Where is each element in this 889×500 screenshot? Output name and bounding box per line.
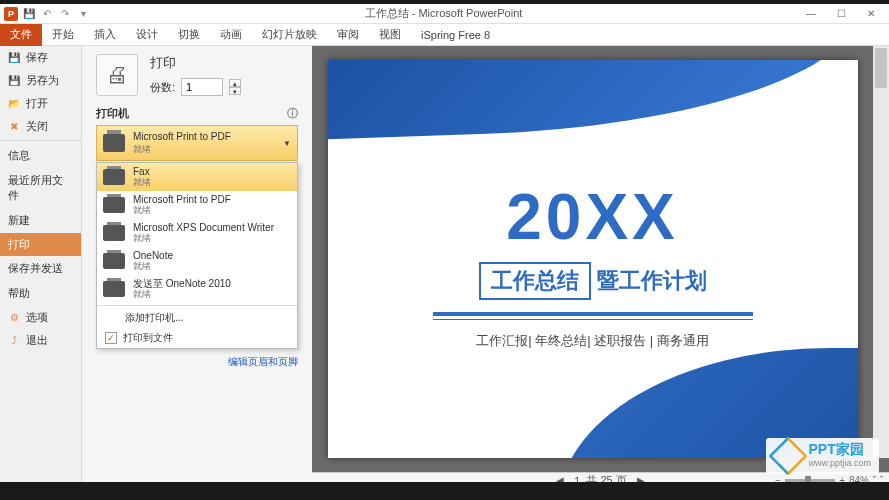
- selected-printer-name: Microsoft Print to PDF: [133, 131, 275, 143]
- sidebar-share[interactable]: 保存并发送: [0, 256, 81, 281]
- add-printer-link[interactable]: 添加打印机...: [97, 308, 297, 328]
- sidebar-save[interactable]: 💾保存: [0, 46, 81, 69]
- tab-file[interactable]: 文件: [0, 24, 42, 46]
- page-number: 1: [574, 475, 580, 483]
- tab-animations[interactable]: 动画: [210, 24, 252, 46]
- selected-printer-status: 就绪: [133, 143, 275, 155]
- slide-title-boxed: 工作总结: [479, 262, 591, 300]
- tab-ispring[interactable]: iSpring Free 8: [411, 24, 500, 46]
- print-preview: 20XX 工作总结 暨工作计划 工作汇报| 年终总结| 述职报告 | 商务通用 …: [312, 46, 889, 482]
- printer-icon: 🖨: [106, 62, 128, 88]
- tab-review[interactable]: 审阅: [327, 24, 369, 46]
- ribbon-tabs: 文件 开始 插入 设计 切换 动画 幻灯片放映 审阅 视图 iSpring Fr…: [0, 24, 889, 46]
- slide-year: 20XX: [328, 180, 858, 254]
- prev-page-button[interactable]: ◀: [552, 475, 568, 482]
- printer-icon: [103, 225, 125, 241]
- sidebar-new[interactable]: 新建: [0, 208, 81, 233]
- printer-icon: [103, 169, 125, 185]
- tab-slideshow[interactable]: 幻灯片放映: [252, 24, 327, 46]
- watermark: PPT家园 www.pptjia.com: [766, 438, 879, 474]
- window-title: 工作总结 - Microsoft PowerPoint: [90, 6, 797, 21]
- sidebar-options[interactable]: ⚙选项: [0, 306, 81, 329]
- sidebar-recent[interactable]: 最近所用文件: [0, 168, 81, 208]
- sidebar-open[interactable]: 📂打开: [0, 92, 81, 115]
- save-icon: 💾: [8, 52, 20, 63]
- printer-device-icon: [103, 134, 125, 152]
- zoom-slider[interactable]: [785, 479, 835, 482]
- close-icon: ✖: [8, 121, 20, 132]
- printer-icon: [103, 281, 125, 297]
- qat-save-icon[interactable]: 💾: [22, 7, 36, 21]
- slide-preview: 20XX 工作总结 暨工作计划 工作汇报| 年终总结| 述职报告 | 商务通用: [328, 60, 858, 458]
- open-icon: 📂: [8, 98, 20, 109]
- printer-icon: [103, 197, 125, 213]
- watermark-url: www.pptjia.com: [808, 456, 871, 470]
- sidebar-saveas[interactable]: 💾另存为: [0, 69, 81, 92]
- zoom-out-button[interactable]: −: [775, 475, 781, 482]
- copies-label: 份数:: [150, 80, 175, 95]
- close-button[interactable]: ✕: [857, 6, 885, 22]
- print-to-file-check[interactable]: ✓打印到文件: [97, 328, 297, 348]
- printer-option-pdf[interactable]: Microsoft Print to PDF就绪: [97, 191, 297, 219]
- zoom-in-button[interactable]: +: [839, 475, 845, 482]
- printer-option-xps[interactable]: Microsoft XPS Document Writer就绪: [97, 219, 297, 247]
- watermark-brand: PPT家园: [808, 442, 871, 456]
- edit-header-footer-link[interactable]: 编辑页眉和页脚: [96, 355, 298, 369]
- qat-redo-icon[interactable]: ↷: [58, 7, 72, 21]
- saveas-icon: 💾: [8, 75, 20, 86]
- tab-insert[interactable]: 插入: [84, 24, 126, 46]
- slide-decoration-top: [328, 60, 858, 139]
- tab-home[interactable]: 开始: [42, 24, 84, 46]
- printer-option-onenote[interactable]: OneNote就绪: [97, 247, 297, 275]
- tab-transitions[interactable]: 切换: [168, 24, 210, 46]
- print-button[interactable]: 🖨: [96, 54, 138, 96]
- check-icon: ✓: [105, 332, 117, 344]
- sidebar-info[interactable]: 信息: [0, 143, 81, 168]
- vertical-scrollbar[interactable]: [873, 46, 889, 458]
- printer-section-label: 打印机: [96, 106, 129, 121]
- copies-spinner[interactable]: ▴▾: [229, 79, 241, 95]
- chevron-down-icon: ▼: [283, 139, 291, 148]
- titlebar: P 💾 ↶ ↷ ▾ 工作总结 - Microsoft PowerPoint — …: [0, 4, 889, 24]
- tab-design[interactable]: 设计: [126, 24, 168, 46]
- qat-undo-icon[interactable]: ↶: [40, 7, 54, 21]
- scrollbar-thumb[interactable]: [875, 48, 887, 88]
- printer-select[interactable]: Microsoft Print to PDF 就绪 ▼ Fax就绪 Micros…: [96, 125, 298, 161]
- slide-subtitle: 工作汇报| 年终总结| 述职报告 | 商务通用: [328, 332, 858, 350]
- next-page-button[interactable]: ▶: [633, 475, 649, 482]
- slide-title-rest: 暨工作计划: [597, 266, 707, 296]
- zoom-value: 84%: [849, 475, 869, 482]
- maximize-button[interactable]: ☐: [827, 6, 855, 22]
- qat-dropdown-icon[interactable]: ▾: [76, 7, 90, 21]
- printer-dropdown: Fax就绪 Microsoft Print to PDF就绪 Microsoft…: [96, 162, 298, 349]
- minimize-button[interactable]: —: [797, 6, 825, 22]
- sidebar-help[interactable]: 帮助: [0, 281, 81, 306]
- page-total: 共 25 页: [586, 473, 626, 482]
- print-header: 打印: [150, 54, 241, 72]
- printer-option-onenote2010[interactable]: 发送至 OneNote 2010就绪: [97, 275, 297, 303]
- exit-icon: ⤴: [8, 335, 20, 346]
- copies-input[interactable]: [181, 78, 223, 96]
- backstage-sidebar: 💾保存 💾另存为 📂打开 ✖关闭 信息 最近所用文件 新建 打印 保存并发送 帮…: [0, 46, 82, 482]
- sidebar-print[interactable]: 打印: [0, 233, 81, 256]
- fit-to-window-button[interactable]: ⛶: [873, 475, 883, 482]
- printer-icon: [103, 253, 125, 269]
- printer-option-fax[interactable]: Fax就绪: [97, 163, 297, 191]
- app-icon: P: [4, 7, 18, 21]
- print-settings-panel: 🖨 打印 份数: ▴▾ 打印机 ⓘ Microsoft Print to PDF…: [82, 46, 312, 482]
- sidebar-close[interactable]: ✖关闭: [0, 115, 81, 138]
- watermark-logo-icon: [774, 442, 802, 470]
- options-icon: ⚙: [8, 312, 20, 323]
- tab-view[interactable]: 视图: [369, 24, 411, 46]
- sidebar-exit[interactable]: ⤴退出: [0, 329, 81, 352]
- info-icon[interactable]: ⓘ: [287, 106, 298, 121]
